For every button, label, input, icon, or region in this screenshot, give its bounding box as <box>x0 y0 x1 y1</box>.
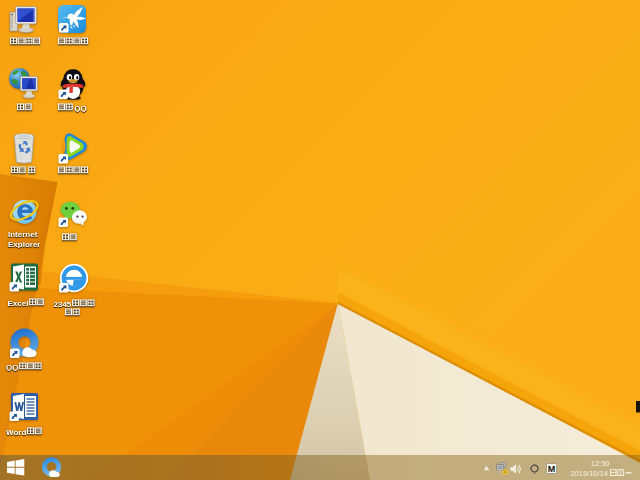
svg-text:Internet: Internet <box>8 230 38 238</box>
svg-text:Excel: Excel <box>8 299 29 307</box>
svg-text:2345: 2345 <box>53 299 71 307</box>
svg-text:QQ: QQ <box>6 363 18 371</box>
svg-text:Explorer: Explorer <box>8 239 40 247</box>
svg-text:M: M <box>547 463 555 473</box>
svg-text:Word: Word <box>6 428 26 436</box>
svg-text:QQ: QQ <box>74 104 86 112</box>
